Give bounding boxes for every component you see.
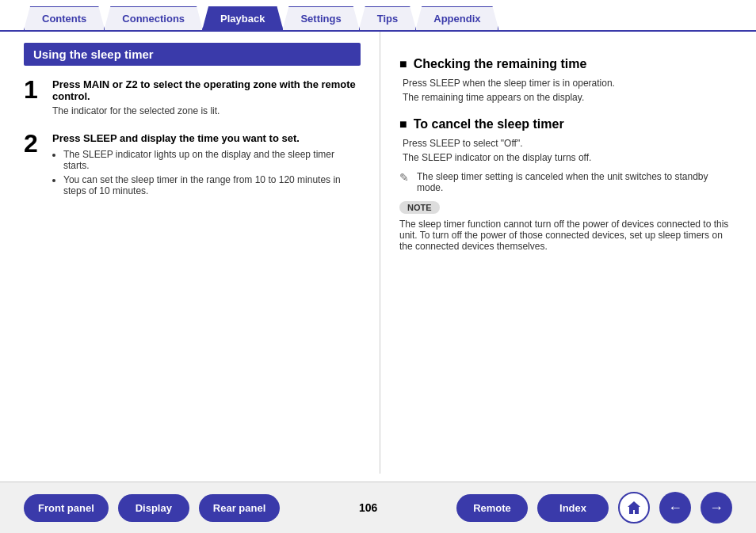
top-navigation: Contents Connections Playback Settings T… <box>0 0 756 32</box>
tab-playback[interactable]: Playback <box>202 6 283 30</box>
step-2-title: Press SLEEP and display the time you wan… <box>52 132 361 144</box>
bullet-2: You can set the sleep timer in the range… <box>63 174 361 196</box>
note-box-text: The sleep timer function cannot turn off… <box>399 219 737 252</box>
check-section: Checking the remaining time Press SLEEP … <box>399 57 737 103</box>
display-button[interactable]: Display <box>118 494 189 522</box>
note-label: NOTE <box>399 201 440 214</box>
check-desc-1: Press SLEEP when the sleep timer is in o… <box>403 78 737 89</box>
pencil-note-text: The sleep timer setting is canceled when… <box>417 171 737 193</box>
cancel-section: To cancel the sleep timer Press SLEEP to… <box>399 117 737 163</box>
page-number: 106 <box>289 501 447 514</box>
check-desc-2: The remaining time appears on the displa… <box>403 92 737 103</box>
right-column: Checking the remaining time Press SLEEP … <box>380 32 756 474</box>
home-button[interactable] <box>618 492 650 523</box>
bullet-1: The SLEEP indicator lights up on the dis… <box>63 149 361 171</box>
front-panel-button[interactable]: Front panel <box>24 494 109 522</box>
index-button[interactable]: Index <box>537 494 609 522</box>
rear-panel-button[interactable]: Rear panel <box>199 494 280 522</box>
bottom-bar: Front panel Display Rear panel 106 Remot… <box>0 482 756 533</box>
step-1-number: 1 <box>24 77 52 102</box>
forward-button[interactable]: → <box>701 492 732 523</box>
tab-contents[interactable]: Contents <box>24 6 105 30</box>
left-column: Using the sleep timer 1 Press MAIN or Z2… <box>0 32 380 474</box>
remote-button[interactable]: Remote <box>456 494 528 522</box>
tab-tips[interactable]: Tips <box>359 6 417 30</box>
note-box: NOTE The sleep timer function cannot tur… <box>399 201 737 252</box>
home-icon <box>626 500 642 516</box>
section-title: Using the sleep timer <box>24 43 361 66</box>
step-1-content: Press MAIN or Z2 to select the operating… <box>52 78 361 118</box>
back-button[interactable]: ← <box>659 492 691 523</box>
pencil-icon: ✎ <box>399 171 412 184</box>
main-content: Using the sleep timer 1 Press MAIN or Z2… <box>0 32 756 474</box>
step-1-desc: The indicator for the selected zone is l… <box>52 105 361 116</box>
step-2-number: 2 <box>24 131 52 156</box>
check-section-title: Checking the remaining time <box>399 57 737 71</box>
cancel-desc-2: The SLEEP indicator on the display turns… <box>403 152 737 163</box>
step-2-bullets: The SLEEP indicator lights up on the dis… <box>63 149 361 196</box>
tab-connections[interactable]: Connections <box>104 6 203 30</box>
step-2-content: Press SLEEP and display the time you wan… <box>52 132 361 200</box>
tab-appendix[interactable]: Appendix <box>415 6 498 30</box>
step-1: 1 Press MAIN or Z2 to select the operati… <box>24 78 361 118</box>
step-2: 2 Press SLEEP and display the time you w… <box>24 132 361 200</box>
cancel-section-title: To cancel the sleep timer <box>399 117 737 131</box>
tab-settings[interactable]: Settings <box>282 6 359 30</box>
cancel-desc-1: Press SLEEP to select "Off". <box>403 138 737 149</box>
pencil-note: ✎ The sleep timer setting is canceled wh… <box>399 171 737 193</box>
step-1-title: Press MAIN or Z2 to select the operating… <box>52 78 361 102</box>
